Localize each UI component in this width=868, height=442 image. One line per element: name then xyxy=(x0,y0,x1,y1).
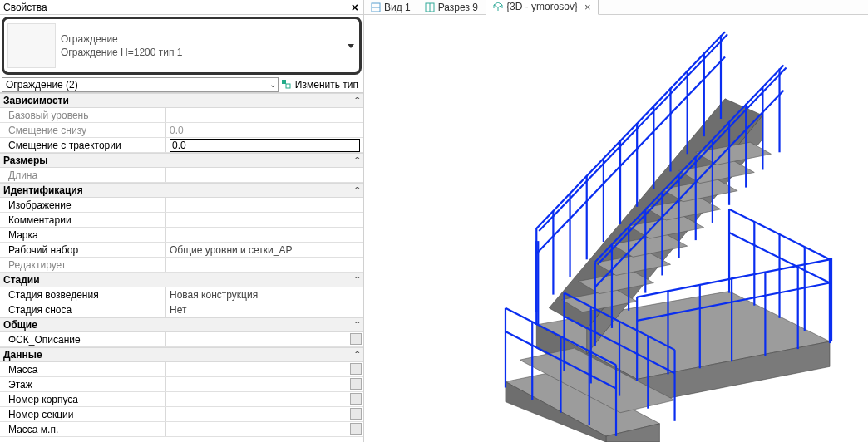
chevron-down-icon[interactable] xyxy=(348,44,354,48)
close-tab-icon[interactable]: × xyxy=(584,1,591,13)
stair-render: .concrete-top{fill:#9c9c9c;stroke:#555;s… xyxy=(364,15,868,442)
properties-panel-header: Свойства × xyxy=(0,0,363,15)
section-header-identity[interactable]: Идентификацияˆ xyxy=(0,183,363,198)
section-header-stages[interactable]: Стадииˆ xyxy=(0,273,363,287)
type-selector-text: Ограждение Ограждение H=1200 тип 1 xyxy=(61,32,343,59)
type-selector[interactable]: Ограждение Ограждение H=1200 тип 1 xyxy=(2,17,362,75)
viewport-3d[interactable]: .concrete-top{fill:#9c9c9c;stroke:#555;s… xyxy=(364,15,868,442)
chevron-down-icon: ⌄ xyxy=(269,80,276,89)
right-panel: Вид 1 Разрез 9 {3D - ymorosov} × .concre… xyxy=(364,0,868,442)
row-floor: Этаж xyxy=(0,377,363,392)
edit-type-icon[interactable] xyxy=(280,78,293,91)
row-edits: Редактирует xyxy=(0,258,363,273)
collapse-up-icon: ˆ xyxy=(355,96,359,106)
properties-grid: Зависимостиˆ Базовый уровень Смещение сн… xyxy=(0,93,363,442)
row-comments: Комментарии xyxy=(0,213,363,228)
field-button[interactable] xyxy=(350,408,362,420)
row-length: Длина xyxy=(0,168,363,183)
field-button[interactable] xyxy=(350,378,362,390)
field-button[interactable] xyxy=(350,363,362,375)
row-bottom-offset: Смещение снизу 0.0 xyxy=(0,123,363,138)
type-family: Ограждение xyxy=(61,32,343,46)
section-header-sizes[interactable]: Размерыˆ xyxy=(0,153,363,168)
collapse-up-icon: ˆ xyxy=(355,321,359,330)
row-section: Номер секции xyxy=(0,407,363,422)
row-image: Изображение xyxy=(0,198,363,213)
svg-rect-0 xyxy=(282,80,286,84)
row-fsk: ФСК_Описание xyxy=(0,332,363,347)
section-view-icon xyxy=(425,2,435,12)
section-header-common[interactable]: Общиеˆ xyxy=(0,317,363,332)
section-header-data[interactable]: Данныеˆ xyxy=(0,347,363,362)
field-button[interactable] xyxy=(350,333,362,345)
tab-view1[interactable]: Вид 1 xyxy=(364,0,418,14)
panel-title: Свойства xyxy=(3,2,47,13)
row-block: Номер корпуса xyxy=(0,392,363,407)
row-base-level: Базовый уровень xyxy=(0,108,363,123)
row-mark: Марка xyxy=(0,228,363,243)
collapse-up-icon: ˆ xyxy=(355,276,359,285)
svg-rect-1 xyxy=(286,84,290,88)
filter-select[interactable]: Ограждение (2) ⌄ xyxy=(2,77,279,92)
properties-panel: Свойства × Ограждение Ограждение H=1200 … xyxy=(0,0,364,442)
view-tabs: Вид 1 Разрез 9 {3D - ymorosov} × xyxy=(364,0,868,15)
trajectory-offset-input[interactable] xyxy=(170,139,360,152)
row-trajectory-offset: Смещение с траектории xyxy=(0,138,363,153)
cube-3d-icon xyxy=(493,2,503,12)
filter-row: Ограждение (2) ⌄ Изменить тип xyxy=(0,76,363,93)
collapse-up-icon: ˆ xyxy=(355,156,359,165)
row-mass-mn: Масса м.п. xyxy=(0,422,363,437)
collapse-up-icon: ˆ xyxy=(355,351,359,360)
svg-marker-6 xyxy=(494,2,502,7)
type-name: Ограждение H=1200 тип 1 xyxy=(61,46,343,59)
edit-type-button[interactable]: Изменить тип xyxy=(295,79,362,91)
tab-3d-active[interactable]: {3D - ymorosov} × xyxy=(486,0,599,15)
close-icon[interactable]: × xyxy=(348,1,362,14)
filter-value: Ограждение (2) xyxy=(6,79,78,91)
row-stage-created: Стадия возведенияНовая конструкция xyxy=(0,287,363,302)
row-mass: Масса xyxy=(0,362,363,377)
field-button[interactable] xyxy=(350,423,362,435)
tab-section9[interactable]: Разрез 9 xyxy=(418,0,486,14)
section-header-dependencies[interactable]: Зависимостиˆ xyxy=(0,93,363,108)
type-preview-thumbnail xyxy=(7,23,56,68)
collapse-up-icon: ˆ xyxy=(355,186,359,195)
plan-view-icon xyxy=(371,2,381,12)
row-stage-demolished: Стадия сносаНет xyxy=(0,302,363,317)
field-button[interactable] xyxy=(350,393,362,405)
row-workset: Рабочий наборОбщие уровни и сетки_АР xyxy=(0,243,363,258)
